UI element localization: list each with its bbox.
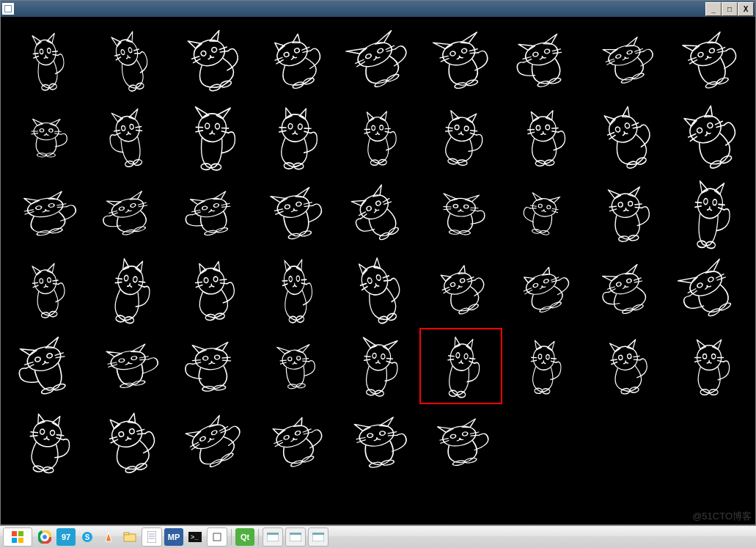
svg-point-29 bbox=[294, 48, 300, 54]
svg-point-432 bbox=[274, 421, 312, 451]
taskbar-chrome[interactable] bbox=[35, 528, 54, 546]
svg-point-324 bbox=[25, 343, 65, 374]
svg-point-65 bbox=[627, 50, 633, 55]
svg-point-263 bbox=[213, 277, 218, 282]
svg-point-90 bbox=[114, 114, 142, 143]
svg-point-181 bbox=[202, 206, 208, 211]
svg-point-63 bbox=[606, 42, 643, 70]
sprite-cat-16 bbox=[502, 99, 585, 175]
sprite-cat-13 bbox=[254, 99, 337, 175]
svg-point-127 bbox=[455, 125, 459, 130]
taskbar-vlc[interactable] bbox=[99, 528, 118, 546]
svg-rect-459 bbox=[12, 531, 17, 536]
image-canvas[interactable] bbox=[1, 17, 755, 525]
maximize-button[interactable]: □ bbox=[722, 2, 738, 16]
taskbar-notepad[interactable] bbox=[142, 527, 162, 547]
svg-line-221 bbox=[553, 209, 559, 210]
svg-line-347 bbox=[223, 357, 231, 358]
svg-point-387 bbox=[612, 345, 639, 372]
svg-point-253 bbox=[124, 275, 128, 281]
sprite-cat-04 bbox=[254, 23, 337, 99]
svg-point-10 bbox=[121, 49, 125, 55]
svg-line-400 bbox=[695, 360, 701, 362]
svg-line-176 bbox=[139, 202, 147, 205]
svg-rect-461 bbox=[12, 538, 17, 543]
taskbar-explorer[interactable] bbox=[120, 528, 139, 546]
svg-line-248 bbox=[53, 280, 58, 281]
svg-text:S: S bbox=[85, 533, 90, 541]
svg-point-73 bbox=[698, 52, 705, 58]
sprite-cat-51 bbox=[419, 404, 502, 481]
sprite-cat-03 bbox=[171, 23, 254, 99]
sprite-cat-28 bbox=[5, 252, 88, 328]
taskbar-cmd[interactable]: >_ bbox=[186, 528, 205, 546]
sprite-cat-26 bbox=[585, 175, 668, 252]
svg-point-172 bbox=[119, 206, 125, 211]
sprite-cat-37 bbox=[5, 328, 88, 404]
svg-line-167 bbox=[57, 204, 66, 205]
svg-point-36 bbox=[354, 37, 395, 71]
sprite-cat-45 bbox=[668, 328, 751, 404]
svg-point-109 bbox=[288, 124, 293, 129]
taskbar-window-c[interactable] bbox=[308, 527, 329, 547]
svg-point-254 bbox=[133, 277, 138, 282]
svg-rect-479 bbox=[213, 533, 221, 541]
svg-point-434 bbox=[295, 431, 301, 436]
svg-point-297 bbox=[524, 270, 559, 299]
svg-point-335 bbox=[131, 356, 137, 360]
svg-line-329 bbox=[56, 353, 64, 355]
taskbar: 97SMP>_Qt bbox=[0, 525, 756, 548]
svg-line-336 bbox=[109, 362, 117, 364]
svg-point-322 bbox=[708, 307, 721, 318]
svg-line-85 bbox=[32, 134, 38, 134]
sprite-cat-11 bbox=[88, 99, 171, 175]
minimize-button[interactable]: _ bbox=[705, 2, 722, 16]
svg-point-47 bbox=[461, 48, 467, 54]
taskbar-skype[interactable]: S bbox=[78, 528, 97, 546]
svg-point-323 bbox=[719, 302, 732, 312]
taskbar-app-97[interactable]: 97 bbox=[56, 528, 76, 546]
svg-line-302 bbox=[551, 277, 559, 280]
svg-point-20 bbox=[211, 47, 218, 53]
svg-line-105 bbox=[222, 131, 230, 133]
svg-point-164 bbox=[48, 203, 54, 208]
taskbar-window-b[interactable] bbox=[285, 527, 306, 547]
svg-point-163 bbox=[36, 205, 42, 210]
svg-point-154 bbox=[697, 127, 703, 134]
svg-line-282 bbox=[361, 283, 367, 285]
svg-line-246 bbox=[33, 283, 38, 284]
taskbar-devtool[interactable] bbox=[207, 527, 227, 547]
svg-point-406 bbox=[40, 429, 45, 434]
taskbar-window-a[interactable] bbox=[263, 527, 283, 547]
sprite-cat-41 bbox=[337, 328, 419, 404]
svg-point-62 bbox=[549, 77, 562, 84]
taskbar-qt[interactable]: Qt bbox=[235, 528, 254, 546]
svg-rect-485 bbox=[312, 533, 324, 535]
sprite-cat-01 bbox=[5, 23, 88, 99]
taskbar-mp[interactable]: MP bbox=[164, 528, 183, 546]
svg-line-284 bbox=[383, 276, 389, 278]
svg-point-80 bbox=[716, 77, 730, 86]
svg-line-327 bbox=[25, 362, 33, 365]
sprite-cat-42[interactable] bbox=[419, 328, 502, 404]
svg-line-192 bbox=[275, 209, 283, 211]
svg-point-243 bbox=[34, 268, 58, 295]
svg-point-326 bbox=[47, 353, 54, 359]
svg-point-118 bbox=[372, 125, 375, 131]
start-button[interactable] bbox=[3, 527, 32, 547]
titlebar[interactable]: _ □ X bbox=[1, 1, 755, 17]
close-button[interactable]: X bbox=[738, 2, 754, 16]
svg-point-83 bbox=[49, 129, 53, 133]
svg-point-308 bbox=[626, 278, 632, 283]
svg-point-188 bbox=[216, 227, 228, 234]
svg-point-425 bbox=[211, 430, 218, 436]
svg-point-315 bbox=[686, 266, 727, 301]
svg-point-397 bbox=[703, 354, 707, 359]
svg-point-155 bbox=[707, 123, 713, 129]
svg-line-255 bbox=[116, 278, 122, 279]
svg-point-200 bbox=[375, 200, 381, 206]
svg-line-293 bbox=[467, 277, 474, 280]
svg-line-230 bbox=[635, 204, 642, 205]
svg-line-32 bbox=[302, 47, 309, 50]
svg-line-114 bbox=[304, 131, 311, 133]
